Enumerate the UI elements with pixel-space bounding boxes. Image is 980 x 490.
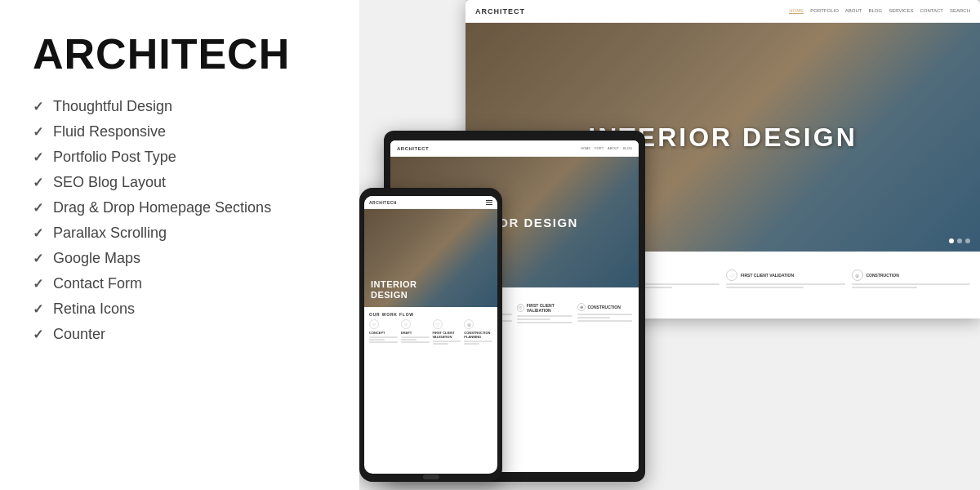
desktop-nav-links: HOME PORTFOLIO ABOUT BLOG SERVICES CONTA… [789,8,970,14]
tablet-line-11 [577,317,611,318]
tablet-col-4-label: CONSTRUCTION [588,305,621,310]
desktop-nav-home: HOME [789,8,804,14]
feature-item-6: ✓Google Maps [33,250,327,267]
phone-line-7 [433,341,461,342]
tablet-col-3: ♡ FIRST CLIENT VALIDATION [517,303,572,323]
feature-label-8: Retina Icons [53,301,135,318]
desktop-nav-blog: BLOG [869,8,883,14]
phone-col-3: ♡ FIRST CLIENT VALIDATION [433,319,461,345]
desktop-nav-about: ABOUT [845,8,862,14]
desktop-col-3-header: ♡ FIRST CLIENT VALIDATION [726,270,845,281]
feature-item-8: ✓Retina Icons [33,301,327,318]
phone-nav-brand: ARCHITECH [369,200,397,205]
phone-hamburger [486,200,492,205]
feature-label-7: Contact Form [53,275,142,292]
phone-line-1 [369,336,398,338]
phone-col-3-title: FIRST CLIENT VALIDATION [433,331,461,339]
phone-col-2-lines [401,336,430,343]
phone-col-1-title: CONCEPT [369,331,398,335]
phone-col-4-title: CONSTRUCTION PLANNING [464,331,492,339]
tablet-nav-port: PORT [595,146,604,150]
phone-nav: ARCHITECH [364,196,497,209]
feature-item-9: ✓Counter [33,326,327,343]
phone-line-9 [464,341,492,342]
desktop-col-4-title: CONSTRUCTION [866,273,899,278]
feature-item-7: ✓Contact Form [33,275,327,292]
dot-1 [949,238,954,243]
feature-item-1: ✓Fluid Responsive [33,123,327,140]
tablet-col-3-label: FIRST CLIENT VALIDATION [527,303,572,313]
tablet-line-12 [577,320,633,322]
desktop-col-4-header: ⊕ CONSTRUCTION [852,270,971,281]
tablet-col-4-title: ⊕ CONSTRUCTION [577,303,633,311]
phone-hero-title: INTERIORDESIGN [371,279,417,301]
desktop-col-3: ♡ FIRST CLIENT VALIDATION [726,270,845,290]
phone-line-10 [464,343,479,345]
tablet-nav: ARCHITECT HOME PORT ABOUT BLOG [390,140,639,157]
tablet-line-10 [577,314,633,315]
check-icon-0: ✓ [33,99,43,114]
phone-col-2: ○ DRAFT [401,319,430,345]
phone-col-2-title: DRAFT [401,331,430,335]
ham-line-2 [486,202,492,203]
phone-hero-text: INTERIORDESIGN [371,279,417,301]
desktop-col-3-icon: ♡ [726,270,737,281]
phone-bottom: OUR WORK FLOW ○ CONCEPT ○ DRAFT [364,307,497,350]
check-icon-5: ✓ [33,225,43,241]
phone-col-3-icon: ♡ [433,319,443,329]
right-panel: ARCHITECT HOME PORTFOLIO ABOUT BLOG SERV… [359,0,980,490]
feature-label-5: Parallax Scrolling [53,225,167,242]
desktop-col-4-line-1 [852,283,971,285]
slider-dots [949,238,970,243]
desktop-nav-portfolio: PORTFOLIO [810,8,839,14]
tablet-col-4-lines [577,314,633,322]
check-icon-7: ✓ [33,276,43,292]
tablet-col-4: ⊕ CONSTRUCTION [577,303,633,323]
desktop-col-4-line-2 [852,287,917,288]
ham-line-3 [486,204,492,205]
desktop-col-3-title: FIRST CLIENT VALIDATION [741,273,794,278]
phone-section-title: OUR WORK FLOW [369,312,492,317]
feature-item-3: ✓SEO Blog Layout [33,174,327,191]
tablet-line-9 [517,322,572,323]
feature-item-0: ✓Thoughtful Design [33,98,327,115]
tablet-col-4-icon: ⊕ [577,303,586,311]
tablet-line-8 [517,318,550,320]
phone-line-3 [369,341,398,343]
phone-col-1-icon: ○ [369,319,379,329]
phone-col-4: ⊕ CONSTRUCTION PLANNING [464,319,492,345]
tablet-nav-links: HOME PORT ABOUT BLOG [581,146,632,150]
tablet-nav-about: ABOUT [608,146,619,150]
dot-3 [965,238,970,243]
desktop-col-3-line-1 [726,283,845,285]
check-icon-8: ✓ [33,301,43,317]
desktop-nav-contact: CONTACT [920,8,943,14]
desktop-nav: ARCHITECT HOME PORTFOLIO ABOUT BLOG SERV… [466,0,980,23]
tablet-col-3-title: ♡ FIRST CLIENT VALIDATION [517,303,572,313]
feature-label-4: Drag & Drop Homepage Sections [53,199,271,216]
feature-label-2: Portfolio Post Type [53,149,176,166]
phone-line-8 [433,343,448,345]
feature-label-9: Counter [53,326,105,343]
tablet-nav-home: HOME [581,146,590,150]
feature-label-0: Thoughtful Design [53,98,172,115]
tablet-nav-blog: BLOG [623,146,632,150]
phone-line-2 [369,339,385,341]
check-icon-6: ✓ [33,251,43,266]
check-icon-4: ✓ [33,200,43,216]
check-icon-9: ✓ [33,327,43,342]
phone-screen: ARCHITECH INTERIORDESIGN OUR WORK FLOW ○ [364,196,497,474]
feature-label-6: Google Maps [53,250,140,267]
tablet-nav-brand: ARCHITECT [397,146,429,151]
phone-col-4-lines [464,341,492,345]
check-icon-2: ✓ [33,149,43,165]
phone-home-button [423,474,439,479]
phone-hero: INTERIORDESIGN [364,209,497,307]
desktop-nav-brand: ARCHITECT [475,7,525,16]
phone-col-1: ○ CONCEPT [369,319,398,345]
desktop-nav-search: SEARCH [950,8,970,14]
desktop-col-4-icon: ⊕ [852,270,863,281]
phone-mockup: ARCHITECH INTERIORDESIGN OUR WORK FLOW ○ [359,188,502,482]
feature-label-1: Fluid Responsive [53,123,166,140]
phone-col-1-lines [369,336,398,343]
